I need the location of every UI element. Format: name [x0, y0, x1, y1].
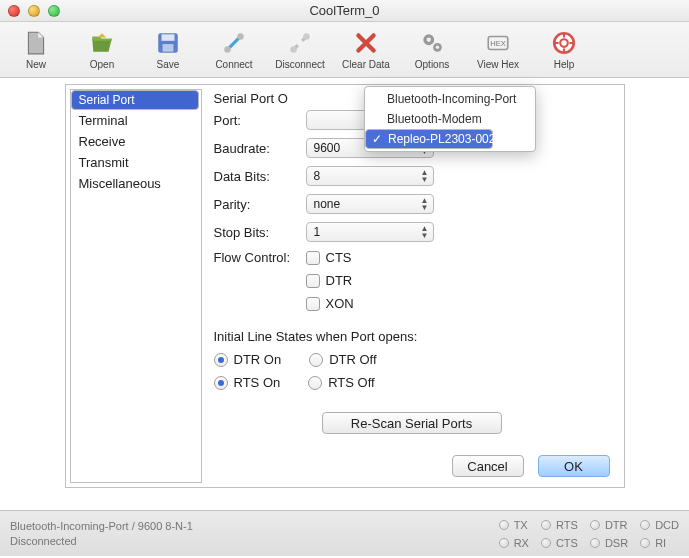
connect-icon [220, 29, 248, 57]
open-icon [88, 29, 116, 57]
clear-icon [352, 29, 380, 57]
dtr-off-radio[interactable]: DTR Off [309, 352, 376, 367]
view-hex-button[interactable]: HEX View Hex [470, 24, 526, 76]
checkbox-icon [306, 274, 320, 288]
led-tx: TX [499, 519, 529, 531]
category-serial-port[interactable]: Serial Port [71, 90, 199, 110]
svg-point-4 [237, 33, 244, 40]
rts-off-radio[interactable]: RTS Off [308, 375, 374, 390]
led-icon [640, 520, 650, 530]
initial-states-header: Initial Line States when Port opens: [214, 329, 610, 344]
parity-select[interactable]: none▲▼ [306, 194, 434, 214]
status-bar: Bluetooth-Incoming-Port / 9600 8-N-1 Dis… [0, 510, 689, 556]
parity-label: Parity: [214, 197, 306, 212]
led-icon [590, 520, 600, 530]
category-transmit[interactable]: Transmit [71, 152, 201, 173]
checkbox-icon [306, 251, 320, 265]
port-label: Port: [214, 113, 306, 128]
disconnect-icon [286, 29, 314, 57]
svg-point-14 [560, 39, 568, 47]
stopbits-label: Stop Bits: [214, 225, 306, 240]
led-rts: RTS [541, 519, 578, 531]
led-icon [499, 538, 509, 548]
new-button[interactable]: New [8, 24, 64, 76]
chevron-updown-icon: ▲▼ [421, 169, 429, 183]
port-dropdown[interactable]: Bluetooth-Incoming-Port Bluetooth-Modem … [364, 86, 536, 152]
main-area: Serial Port Terminal Receive Transmit Mi… [0, 78, 689, 510]
flow-dtr-checkbox[interactable]: DTR [306, 273, 354, 288]
category-list[interactable]: Serial Port Terminal Receive Transmit Mi… [70, 89, 202, 483]
save-icon [154, 29, 182, 57]
rescan-button[interactable]: Re-Scan Serial Ports [322, 412, 502, 434]
baud-label: Baudrate: [214, 141, 306, 156]
svg-rect-1 [162, 34, 175, 41]
options-button[interactable]: Options [404, 24, 460, 76]
port-option[interactable]: Bluetooth-Incoming-Port [365, 89, 535, 109]
dialog-buttons: Cancel OK [452, 455, 610, 477]
signal-leds: TX RX RTS CTS DTR DSR DCD RI [487, 519, 679, 549]
category-terminal[interactable]: Terminal [71, 110, 201, 131]
radio-icon [214, 353, 228, 367]
status-connection: Bluetooth-Incoming-Port / 9600 8-N-1 [10, 520, 193, 532]
status-state: Disconnected [10, 535, 193, 547]
file-icon [22, 29, 50, 57]
led-dsr: DSR [590, 537, 628, 549]
svg-text:HEX: HEX [490, 39, 506, 48]
dtr-on-radio[interactable]: DTR On [214, 352, 282, 367]
category-receive[interactable]: Receive [71, 131, 201, 152]
led-icon [541, 538, 551, 548]
svg-point-6 [303, 33, 310, 40]
hex-icon: HEX [484, 29, 512, 57]
flow-cts-checkbox[interactable]: CTS [306, 250, 354, 265]
open-button[interactable]: Open [74, 24, 130, 76]
svg-point-10 [436, 46, 439, 49]
svg-point-3 [224, 46, 231, 53]
save-button[interactable]: Save [140, 24, 196, 76]
chevron-updown-icon: ▲▼ [421, 225, 429, 239]
chevron-updown-icon: ▲▼ [421, 197, 429, 211]
radio-icon [308, 376, 322, 390]
led-dtr: DTR [590, 519, 628, 531]
titlebar: CoolTerm_0 [0, 0, 689, 22]
led-dcd: DCD [640, 519, 679, 531]
svg-point-5 [290, 46, 297, 53]
connect-button[interactable]: Connect [206, 24, 262, 76]
clear-data-button[interactable]: Clear Data [338, 24, 394, 76]
category-miscellaneous[interactable]: Miscellaneous [71, 173, 201, 194]
radio-icon [214, 376, 228, 390]
disconnect-button[interactable]: Disconnect [272, 24, 328, 76]
radio-icon [309, 353, 323, 367]
led-rx: RX [499, 537, 529, 549]
led-icon [499, 520, 509, 530]
options-panel: Serial Port Terminal Receive Transmit Mi… [65, 84, 625, 488]
databits-label: Data Bits: [214, 169, 306, 184]
toolbar: New Open Save Connect Disconnect Clear D… [0, 22, 689, 78]
svg-rect-2 [163, 44, 174, 52]
checkbox-icon [306, 297, 320, 311]
port-option[interactable]: Bluetooth-Modem [365, 109, 535, 129]
cancel-button[interactable]: Cancel [452, 455, 524, 477]
flow-label: Flow Control: [214, 250, 306, 265]
help-icon [550, 29, 578, 57]
ok-button[interactable]: OK [538, 455, 610, 477]
stopbits-select[interactable]: 1▲▼ [306, 222, 434, 242]
port-option-selected[interactable]: Repleo-PL2303-00202414 [365, 129, 493, 149]
led-cts: CTS [541, 537, 578, 549]
led-ri: RI [640, 537, 679, 549]
flow-xon-checkbox[interactable]: XON [306, 296, 354, 311]
svg-point-8 [427, 38, 431, 42]
help-button[interactable]: Help [536, 24, 592, 76]
led-icon [640, 538, 650, 548]
databits-select[interactable]: 8▲▼ [306, 166, 434, 186]
rts-on-radio[interactable]: RTS On [214, 375, 281, 390]
window-title: CoolTerm_0 [0, 3, 689, 18]
gear-icon [418, 29, 446, 57]
led-icon [541, 520, 551, 530]
led-icon [590, 538, 600, 548]
